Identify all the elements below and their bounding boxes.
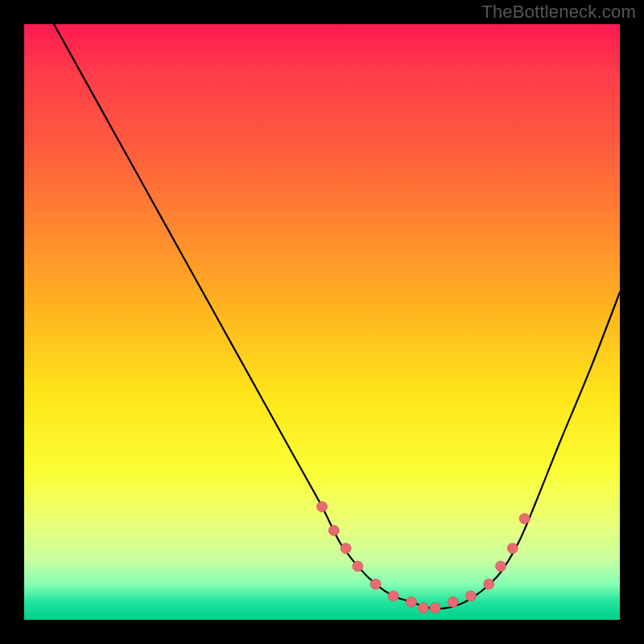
chart-frame: TheBottleneck.com <box>0 0 644 644</box>
marker-dot <box>519 514 530 524</box>
marker-dot <box>448 597 458 607</box>
marker-dot <box>418 603 428 613</box>
marker-dot <box>496 561 506 572</box>
marker-dot <box>430 603 440 613</box>
marker-dot <box>317 502 328 512</box>
marker-group <box>317 502 530 613</box>
marker-dot <box>353 561 363 572</box>
marker-dot <box>484 579 494 589</box>
marker-dot <box>388 591 398 601</box>
marker-dot <box>407 597 417 607</box>
plot-area <box>24 24 620 620</box>
marker-dot <box>370 579 381 589</box>
bottleneck-curve <box>54 24 620 609</box>
marker-dot <box>466 591 477 601</box>
marker-dot <box>507 543 518 554</box>
marker-dot <box>341 543 351 554</box>
chart-svg <box>24 24 620 620</box>
marker-dot <box>328 526 339 536</box>
watermark-text: TheBottleneck.com <box>481 2 636 23</box>
